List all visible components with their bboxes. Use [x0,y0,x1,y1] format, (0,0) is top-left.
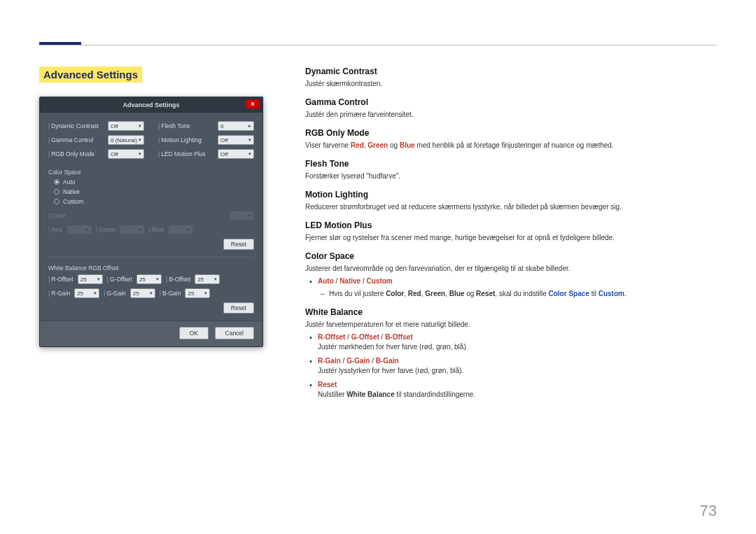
dynamic-contrast-combo[interactable]: Off▾ [108,121,144,131]
white-balance-group-label: White Balance RGB Offset [48,265,254,272]
left-column: Advanced Settings Advanced Settings X |D… [39,66,277,404]
right-column: Dynamic Contrast Justér skærmkontrasten.… [305,66,717,404]
gamma-control-combo[interactable]: 0 (Natural)▾ [108,135,144,145]
chevron-down-icon: ▾ [248,137,251,143]
offset-item: R-Offset / G-Offset / B-Offset Justér mø… [318,332,717,352]
rgb-only-mode-combo[interactable]: Off▾ [108,149,144,159]
dynamic-contrast-text: Justér skærmkontrasten. [305,79,717,89]
b-gain-combo[interactable]: 25▾ [185,288,210,298]
motion-lighting-combo[interactable]: Off▾ [218,135,254,145]
led-motion-plus-text: Fjerner slør og rystelser fra scener med… [305,233,717,243]
radio-custom[interactable]: Custom [54,198,254,205]
flesh-tone-text: Forstærker lyserød "hudfarve". [305,171,717,181]
ok-button[interactable]: OK [179,327,209,339]
motion-lighting-label: Motion Lighting [161,136,202,143]
b-gain-label: B-Gain [162,290,181,297]
radio-auto[interactable]: Auto [54,178,254,185]
cancel-button[interactable]: Cancel [215,327,254,339]
r-gain-combo[interactable]: 25▾ [74,288,99,298]
color-space-note-item: Hvis du vil justere Color, Red, Green, B… [329,289,717,299]
flesh-tone-heading: Flesh Tone [305,159,717,169]
led-motion-plus-label: LED Motion Plus [161,150,205,157]
page-content: Advanced Settings Advanced Settings X |D… [39,66,717,404]
rgb-only-mode-label: RGB Only Mode [51,150,94,157]
color-space-heading: Color Space [305,251,717,261]
radio-native[interactable]: Native [54,188,254,195]
dynamic-contrast-label: Dynamic Contrast [51,122,99,129]
gamma-control-label: Gamma Control [51,136,93,143]
g-offset-label: G-Offset [110,276,132,283]
b-offset-combo[interactable]: 25▾ [195,274,220,284]
advanced-settings-dialog: Advanced Settings X |Dynamic ContrastOff… [39,97,263,347]
blue-label: Blue [152,226,164,233]
gamma-control-heading: Gamma Control [305,97,717,107]
led-motion-plus-combo[interactable]: Off▾ [218,149,254,159]
chevron-down-icon: ▾ [139,137,141,143]
page-number: 73 [700,502,717,520]
color-space-group-label: Color Space [48,169,254,176]
dialog-title: Advanced Settings [122,101,179,108]
r-offset-label: R-Offset [51,276,74,283]
rgb-only-mode-text: Viser farverne Red, Green og Blue med he… [305,141,717,150]
led-motion-plus-heading: LED Motion Plus [305,220,717,230]
gamma-control-text: Justér den primære farveintensitet. [305,110,717,120]
color-space-text: Justerer det farveområde og den farvevar… [305,264,717,274]
header-rule [39,45,717,45]
color-space-reset-button[interactable]: Reset [223,239,254,250]
reset-item: Reset Nulstiller White Balance til stand… [318,380,717,400]
r-offset-combo[interactable]: 25▾ [78,274,103,284]
g-offset-combo[interactable]: 25▾ [136,274,162,284]
b-offset-label: B-Offset [169,276,190,283]
r-gain-label: R-Gain [51,290,70,297]
motion-lighting-text: Reducerer strømforbruget ved at reducere… [305,202,717,212]
dialog-titlebar: Advanced Settings X [40,97,262,113]
flesh-tone-combo[interactable]: 0▸ [218,121,254,131]
g-gain-combo[interactable]: 25▾ [130,288,155,298]
red-combo: ▸ [66,225,92,234]
divider [48,257,254,258]
green-label: Green [99,226,115,233]
dynamic-contrast-heading: Dynamic Contrast [305,66,717,76]
motion-lighting-heading: Motion Lighting [305,190,717,199]
chevron-down-icon: ▾ [248,151,251,157]
white-balance-text: Justér farvetemperaturen for et mere nat… [305,320,717,330]
red-label: Red [51,226,62,233]
g-gain-label: G-Gain [106,290,125,297]
gain-item: R-Gain / G-Gain / B-Gain Justér lysstyrk… [318,356,717,376]
white-balance-heading: White Balance [305,307,717,317]
color-combo: ▾ [229,211,254,220]
close-icon[interactable]: X [246,99,260,108]
blue-combo: ▸ [168,225,193,234]
chevron-right-icon: ▸ [248,123,251,129]
chevron-down-icon: ▾ [139,123,141,129]
rgb-only-mode-heading: RGB Only Mode [305,128,717,138]
white-balance-reset-button[interactable]: Reset [223,302,254,314]
flesh-tone-label: Flesh Tone [161,122,190,129]
color-label: Color [51,212,65,219]
color-space-options-item: Auto / Native / Custom Hvis du vil juste… [318,276,717,299]
chevron-down-icon: ▾ [139,151,141,157]
section-title: Advanced Settings [39,66,142,83]
green-combo: ▸ [120,225,145,234]
